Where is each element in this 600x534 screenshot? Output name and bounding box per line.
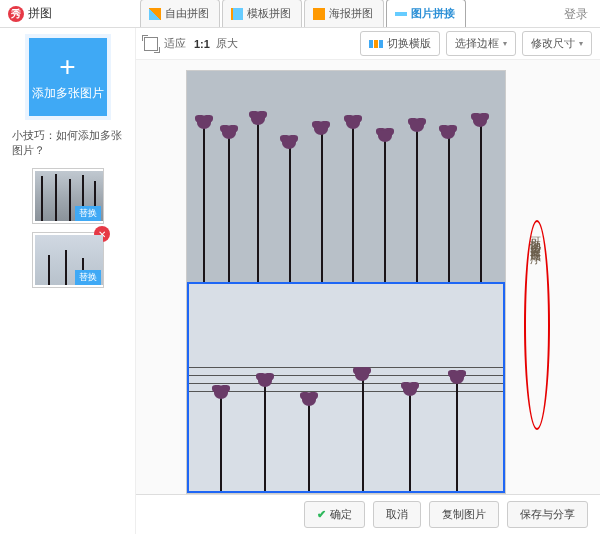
tab-label: 自由拼图 bbox=[165, 6, 209, 21]
annotation-text: 可拖动图片更换顺序。 bbox=[528, 228, 543, 259]
brand-name: 拼图 bbox=[28, 5, 52, 22]
annotation: 可拖动图片更换顺序。 bbox=[524, 220, 550, 430]
panel-2-selected[interactable] bbox=[187, 282, 505, 493]
replace-button[interactable]: 替换 bbox=[75, 270, 101, 285]
border-button[interactable]: 选择边框 ▾ bbox=[446, 31, 516, 56]
fit-label[interactable]: 适应 bbox=[164, 36, 186, 51]
size-button[interactable]: 修改尺寸 ▾ bbox=[522, 31, 592, 56]
sidebar: + 添加多张图片 小技巧：如何添加多张图片？ 1 替换 2 ✕ 替换 bbox=[0, 28, 135, 534]
tab-stitch[interactable]: 图片拼接 bbox=[386, 0, 466, 27]
brand-icon: 秀 bbox=[8, 6, 24, 22]
btn-label: 取消 bbox=[386, 507, 408, 522]
add-images-button[interactable]: + 添加多张图片 bbox=[29, 38, 107, 116]
orientation-button[interactable]: 切换横版 bbox=[360, 31, 440, 56]
plus-icon: + bbox=[59, 53, 75, 81]
btn-label: 确定 bbox=[330, 507, 352, 522]
login-link[interactable]: 登录 bbox=[552, 0, 600, 27]
btn-label: 复制图片 bbox=[442, 507, 486, 522]
tab-label: 模板拼图 bbox=[247, 6, 291, 21]
zoom-label[interactable]: 原大 bbox=[216, 36, 238, 51]
cancel-button[interactable]: 取消 bbox=[373, 501, 421, 528]
canvas-area: 可拖动图片更换顺序。 bbox=[136, 60, 600, 494]
poster-icon bbox=[313, 8, 325, 20]
mode-tabs: 自由拼图 模板拼图 海报拼图 图片拼接 bbox=[132, 0, 552, 27]
thumb-2[interactable]: 2 ✕ 替换 bbox=[32, 232, 104, 288]
chevron-down-icon: ▾ bbox=[503, 39, 507, 48]
free-icon bbox=[149, 8, 161, 20]
stitched-canvas[interactable] bbox=[186, 70, 506, 494]
footer: ✔确定 取消 复制图片 保存与分享 bbox=[136, 494, 600, 534]
tab-label: 海报拼图 bbox=[329, 6, 373, 21]
tab-poster[interactable]: 海报拼图 bbox=[304, 0, 384, 27]
chevron-down-icon: ▾ bbox=[579, 39, 583, 48]
ok-button[interactable]: ✔确定 bbox=[304, 501, 365, 528]
thumb-1[interactable]: 1 替换 bbox=[32, 168, 104, 224]
btn-label: 选择边框 bbox=[455, 36, 499, 51]
ratio-label[interactable]: 1:1 bbox=[194, 38, 210, 50]
toolbar: 适应 1:1 原大 切换横版 选择边框 ▾ 修改尺寸 ▾ bbox=[136, 28, 600, 60]
panel-1[interactable] bbox=[187, 71, 505, 282]
fit-icon[interactable] bbox=[144, 37, 158, 51]
save-share-button[interactable]: 保存与分享 bbox=[507, 501, 588, 528]
stitch-icon bbox=[395, 8, 407, 20]
add-label: 添加多张图片 bbox=[32, 85, 104, 102]
btn-label: 切换横版 bbox=[387, 36, 431, 51]
tip-text[interactable]: 小技巧：如何添加多张图片？ bbox=[12, 128, 123, 158]
btn-label: 保存与分享 bbox=[520, 507, 575, 522]
tab-template[interactable]: 模板拼图 bbox=[222, 0, 302, 27]
tab-free[interactable]: 自由拼图 bbox=[140, 0, 220, 27]
btn-label: 修改尺寸 bbox=[531, 36, 575, 51]
orientation-icon bbox=[369, 40, 383, 48]
copy-button[interactable]: 复制图片 bbox=[429, 501, 499, 528]
tab-label: 图片拼接 bbox=[411, 6, 455, 21]
template-icon bbox=[231, 8, 243, 20]
check-icon: ✔ bbox=[317, 508, 326, 521]
replace-button[interactable]: 替换 bbox=[75, 206, 101, 221]
